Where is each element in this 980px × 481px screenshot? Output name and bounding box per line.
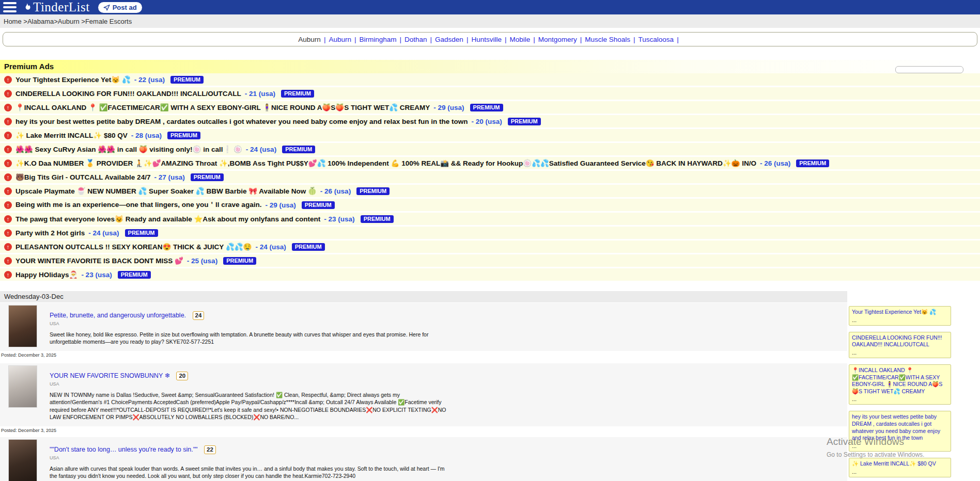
premium-ad-row[interactable]: ↑ Upscale Playmate 🍧 NEW NUMBER 💦 Super … <box>0 185 980 197</box>
menu-icon[interactable] <box>3 2 17 12</box>
sidebar-ad-more[interactable]: ... <box>852 469 948 475</box>
listing-thumbnail[interactable] <box>8 439 37 481</box>
sidebar-ad-more[interactable]: ... <box>852 349 948 356</box>
premium-ad-row[interactable]: ↑ The pawg that everyone loves😼 Ready an… <box>0 213 980 225</box>
sidebar-ad-title-link[interactable]: CINDERELLA LOOKING FOR FUN!!! OAKLAND!!!… <box>852 334 948 348</box>
listing-row[interactable]: ""Don't stare too long… unless you're re… <box>0 437 847 481</box>
post-ad-button[interactable]: Post ad <box>98 2 142 13</box>
ad-title-link[interactable]: Happy HOlidays🎅 <box>15 270 77 279</box>
premium-badge[interactable]: PREMIUM <box>292 243 325 251</box>
city-separator: | <box>400 36 402 43</box>
city-link[interactable]: Montgomery <box>538 36 577 43</box>
ad-title-link[interactable]: ✨K.O Daa NUMBER 🥇 PROVIDER 🧎✨💕AMAZING Th… <box>15 159 756 167</box>
city-link[interactable]: Mobile <box>509 36 530 43</box>
sidebar-ad-more[interactable]: ... <box>852 317 948 323</box>
city-nav-item[interactable]: Tuscaloosa| <box>639 36 682 43</box>
city-separator: | <box>633 36 635 43</box>
premium-ad-row[interactable]: ↑ ✨K.O Daa NUMBER 🥇 PROVIDER 🧎✨💕AMAZING … <box>0 157 980 169</box>
premium-badge[interactable]: PREMIUM <box>125 229 158 237</box>
premium-ad-row[interactable]: ↑ YOUR WINTER FAVORITE IS BACK DONT MISS… <box>0 254 980 267</box>
city-link[interactable]: Muscle Shoals <box>585 36 630 43</box>
premium-badge[interactable]: PREMIUM <box>361 215 394 223</box>
city-nav-item[interactable]: Mobile| <box>509 36 538 43</box>
sidebar-ad-box[interactable]: hey its your best wettes petite baby DRE… <box>849 411 951 452</box>
city-link[interactable]: Tuscaloosa <box>639 36 674 43</box>
ad-title-link[interactable]: 🐻Big Tits Girl - OUTCALL Available 24/7 <box>15 173 150 181</box>
premium-ad-row[interactable]: ↑ Your Tightest Experience Yet😼 💦 - 22 (… <box>0 73 980 86</box>
premium-badge[interactable]: PREMIUM <box>118 271 151 279</box>
sidebar-ad-box[interactable]: Your Tightest Experience Yet😼 💦 ... <box>849 306 951 326</box>
sidebar-ad-title-link[interactable]: Your Tightest Experience Yet😼 💦 <box>852 309 948 316</box>
ad-title-link[interactable]: 🌺🌺 Sexy CuRvy Asian 🌺🌺 in call 🍑 visitin… <box>15 145 242 153</box>
sidebar-ad-more[interactable]: ... <box>852 396 948 402</box>
premium-badge[interactable]: PREMIUM <box>470 104 503 111</box>
premium-ad-row[interactable]: ↑ PLEASANTON OUTCALLS !! SEXY KOREAN😍 TH… <box>0 241 980 253</box>
ad-title-link[interactable]: The pawg that everyone loves😼 Ready and … <box>15 215 320 223</box>
listing-title-link[interactable]: YOUR NEW FAVORITE SNOWBUNNY ❄ <box>50 372 170 379</box>
listing-title-link[interactable]: Petite, brunette, and dangerously unforg… <box>50 312 186 319</box>
premium-badge[interactable]: PREMIUM <box>796 159 829 167</box>
city-link[interactable]: Birmingham <box>359 36 396 43</box>
ad-title-link[interactable]: ✨ Lake Merritt INCALL✨ $80 QV <box>15 131 128 139</box>
brand-logo[interactable]: TinderList <box>22 1 90 14</box>
city-link[interactable]: Huntsville <box>471 36 502 43</box>
listing-title-link[interactable]: ""Don't stare too long… unless you're re… <box>50 446 198 453</box>
sidebar-ad-box[interactable]: CINDERELLA LOOKING FOR FUN!!! OAKLAND!!!… <box>849 332 951 358</box>
premium-badge[interactable]: PREMIUM <box>356 187 390 195</box>
ad-age-location: - 21 (usa) <box>245 90 275 98</box>
premium-badge[interactable]: PREMIUM <box>302 201 335 209</box>
city-link[interactable]: Dothan <box>405 36 427 43</box>
premium-ad-row[interactable]: ↑ 📍INCALL OAKLAND 📍 ✅FACETIME/CAR✅ WITH … <box>0 101 980 114</box>
city-nav-item[interactable]: Huntsville| <box>471 36 509 43</box>
premium-ad-row[interactable]: ↑ ✨ Lake Merritt INCALL✨ $80 QV - 28 (us… <box>0 129 980 141</box>
ad-title-link[interactable]: Upscale Playmate 🍧 NEW NUMBER 💦 Super So… <box>15 187 317 195</box>
city-nav-item[interactable]: Birmingham| <box>359 36 405 43</box>
premium-badge[interactable]: PREMIUM <box>191 173 224 181</box>
breadcrumb[interactable]: Home >Alabama>Auburn >Female Escorts <box>4 18 132 25</box>
ad-title-link[interactable]: YOUR WINTER FAVORITE IS BACK DONT MISS 💕 <box>15 256 183 265</box>
sidebar-ad-title-link[interactable]: hey its your best wettes petite baby DRE… <box>852 413 948 442</box>
city-nav-item[interactable]: Montgomery| <box>538 36 585 43</box>
city-link[interactable]: Auburn <box>329 36 351 43</box>
city-nav-item[interactable]: Dothan| <box>405 36 435 43</box>
premium-ad-row[interactable]: ↑ 🌺🌺 Sexy CuRvy Asian 🌺🌺 in call 🍑 visit… <box>0 143 980 155</box>
premium-ad-row[interactable]: ↑ CINDERELLA LOOKING FOR FUN!!! OAKLAND!… <box>0 87 980 100</box>
sidebar-ad-box[interactable]: ✨ Lake Merritt INCALL✨ $80 QV ... <box>849 458 951 477</box>
premium-badge[interactable]: PREMIUM <box>281 90 314 98</box>
premium-badge[interactable]: PREMIUM <box>282 146 315 153</box>
sidebar-ad-more[interactable]: ... <box>852 443 948 449</box>
up-arrow-icon: ↑ <box>4 215 12 223</box>
sidebar-ad-title-link[interactable]: ✨ Lake Merritt INCALL✨ $80 QV <box>852 460 948 468</box>
ad-title-link[interactable]: Being with me is an experience—one that … <box>15 200 261 210</box>
city-link[interactable]: Gadsden <box>435 36 463 43</box>
premium-ad-row[interactable]: ↑ Party with 2 Hot girls - 24 (usa) PREM… <box>0 227 980 239</box>
sidebar-ad-title-link[interactable]: 📍INCALL OAKLAND 📍✅FACETIME/CAR✅WITH A SE… <box>852 367 948 395</box>
listing-body: Petite, brunette, and dangerously unforg… <box>50 310 841 346</box>
premium-badge[interactable]: PREMIUM <box>170 76 204 84</box>
listing-row[interactable]: YOUR NEW FAVORITE SNOWBUNNY ❄ 20 USA NEW… <box>0 363 847 426</box>
premium-ad-row[interactable]: ↑ Happy HOlidays🎅 - 23 (usa) PREMIUM <box>0 268 980 281</box>
ad-title-link[interactable]: hey its your best wettes petite baby DRE… <box>15 118 468 125</box>
ad-title-link[interactable]: PLEASANTON OUTCALLS !! SEXY KOREAN😍 THIC… <box>15 243 252 251</box>
premium-ad-row[interactable]: ↑ hey its your best wettes petite baby D… <box>0 115 980 127</box>
ad-title-link[interactable]: Party with 2 Hot girls <box>15 229 85 237</box>
city-link[interactable]: Auburn <box>298 36 321 43</box>
premium-ad-row[interactable]: ↑ Being with me is an experience—one tha… <box>0 199 980 211</box>
city-nav-item[interactable]: Auburn| <box>298 36 329 43</box>
premium-ad-row[interactable]: ↑ 🐻Big Tits Girl - OUTCALL Available 24/… <box>0 171 980 183</box>
premium-badge[interactable]: PREMIUM <box>167 132 200 139</box>
ad-title-link[interactable]: 📍INCALL OAKLAND 📍 ✅FACETIME/CAR✅ WITH A … <box>15 103 430 111</box>
sidebar-ad-box[interactable]: 📍INCALL OAKLAND 📍✅FACETIME/CAR✅WITH A SE… <box>849 364 951 405</box>
ad-age-location: - 20 (usa) <box>471 118 502 125</box>
premium-badge[interactable]: PREMIUM <box>508 118 541 125</box>
listing-row[interactable]: Petite, brunette, and dangerously unforg… <box>0 303 847 351</box>
listing-thumbnail[interactable] <box>8 365 37 408</box>
city-separator: | <box>430 36 432 43</box>
city-nav-item[interactable]: Gadsden| <box>435 36 471 43</box>
city-nav-item[interactable]: Muscle Shoals| <box>585 36 638 43</box>
listing-thumbnail[interactable] <box>8 305 37 347</box>
ad-title-link[interactable]: CINDERELLA LOOKING FOR FUN!!! OAKLAND!!!… <box>15 90 241 98</box>
premium-badge[interactable]: PREMIUM <box>223 257 256 265</box>
ad-title-link[interactable]: Your Tightest Experience Yet😼 💦 <box>15 75 131 84</box>
city-nav-item[interactable]: Auburn| <box>329 36 359 43</box>
